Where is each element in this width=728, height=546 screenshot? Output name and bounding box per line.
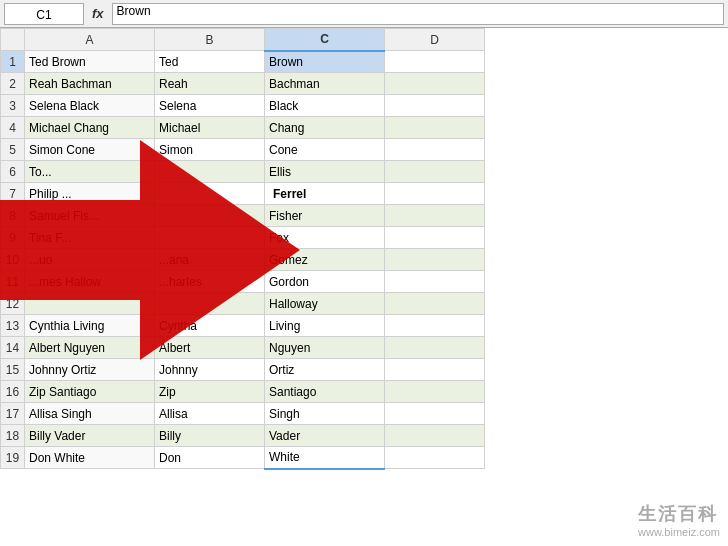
cell-col-b[interactable]: ...harles <box>155 271 265 293</box>
cell-col-a[interactable]: Reah Bachman <box>25 73 155 95</box>
cell-col-d[interactable] <box>385 205 485 227</box>
cell-col-b[interactable]: Allisa <box>155 403 265 425</box>
cell-col-a[interactable]: Philip ... <box>25 183 155 205</box>
row-number[interactable]: 8 <box>1 205 25 227</box>
cell-col-b[interactable]: Cyntha <box>155 315 265 337</box>
col-header-d[interactable]: D <box>385 29 485 51</box>
cell-col-c[interactable]: Nguyen <box>265 337 385 359</box>
row-number[interactable]: 13 <box>1 315 25 337</box>
cell-col-b[interactable]: Don <box>155 447 265 469</box>
row-number[interactable]: 11 <box>1 271 25 293</box>
cell-col-c[interactable]: Brown <box>265 51 385 73</box>
cell-col-b[interactable] <box>155 183 265 205</box>
row-number[interactable]: 5 <box>1 139 25 161</box>
cell-col-d[interactable] <box>385 447 485 469</box>
cell-col-a[interactable]: Billy Vader <box>25 425 155 447</box>
row-number[interactable]: 1 <box>1 51 25 73</box>
cell-col-a[interactable]: Tina F... <box>25 227 155 249</box>
cell-col-c[interactable]: Fisher <box>265 205 385 227</box>
cell-col-d[interactable] <box>385 271 485 293</box>
cell-col-a[interactable]: ...mes Hallow <box>25 271 155 293</box>
cell-col-d[interactable] <box>385 293 485 315</box>
row-number[interactable]: 10 <box>1 249 25 271</box>
cell-col-b[interactable] <box>155 227 265 249</box>
cell-col-a[interactable]: Michael Chang <box>25 117 155 139</box>
cell-col-a[interactable]: Simon Cone <box>25 139 155 161</box>
cell-col-a[interactable]: Johnny Ortiz <box>25 359 155 381</box>
cell-col-b[interactable] <box>155 293 265 315</box>
cell-col-b[interactable]: Ted <box>155 51 265 73</box>
cell-col-b[interactable] <box>155 205 265 227</box>
cell-col-a[interactable]: Selena Black <box>25 95 155 117</box>
cell-col-b[interactable]: Michael <box>155 117 265 139</box>
cell-col-a[interactable] <box>25 293 155 315</box>
cell-col-d[interactable] <box>385 425 485 447</box>
cell-col-c[interactable]: Singh <box>265 403 385 425</box>
cell-col-d[interactable] <box>385 337 485 359</box>
cell-col-d[interactable] <box>385 117 485 139</box>
col-header-b[interactable]: B <box>155 29 265 51</box>
row-number[interactable]: 3 <box>1 95 25 117</box>
cell-col-a[interactable]: Samuel Fis... <box>25 205 155 227</box>
cell-col-b[interactable]: Billy <box>155 425 265 447</box>
cell-col-b[interactable]: Albert <box>155 337 265 359</box>
cell-col-b[interactable]: Reah <box>155 73 265 95</box>
formula-input[interactable]: Brown <box>112 3 724 25</box>
cell-col-c[interactable]: Gordon <box>265 271 385 293</box>
row-number[interactable]: 17 <box>1 403 25 425</box>
cell-col-a[interactable]: To... <box>25 161 155 183</box>
cell-col-a[interactable]: Albert Nguyen <box>25 337 155 359</box>
cell-col-d[interactable] <box>385 161 485 183</box>
row-number[interactable]: 7 <box>1 183 25 205</box>
cell-col-d[interactable] <box>385 359 485 381</box>
cell-col-c[interactable]: Black <box>265 95 385 117</box>
cell-col-c[interactable]: Bachman <box>265 73 385 95</box>
row-number[interactable]: 2 <box>1 73 25 95</box>
cell-col-a[interactable]: ...uo <box>25 249 155 271</box>
cell-col-a[interactable]: Zip Santiago <box>25 381 155 403</box>
cell-col-d[interactable] <box>385 51 485 73</box>
cell-col-c[interactable]: Santiago <box>265 381 385 403</box>
cell-col-d[interactable] <box>385 381 485 403</box>
cell-col-d[interactable] <box>385 227 485 249</box>
cell-col-b[interactable]: ...ana <box>155 249 265 271</box>
cell-col-b[interactable]: Johnny <box>155 359 265 381</box>
cell-col-a[interactable]: Ted Brown <box>25 51 155 73</box>
row-number[interactable]: 16 <box>1 381 25 403</box>
row-number[interactable]: 12 <box>1 293 25 315</box>
cell-col-c[interactable]: White <box>265 447 385 469</box>
row-number[interactable]: 6 <box>1 161 25 183</box>
cell-col-d[interactable] <box>385 315 485 337</box>
cell-col-d[interactable] <box>385 139 485 161</box>
cell-col-a[interactable]: Allisa Singh <box>25 403 155 425</box>
row-number[interactable]: 19 <box>1 447 25 469</box>
cell-col-c[interactable]: Ortiz <box>265 359 385 381</box>
cell-col-b[interactable] <box>155 161 265 183</box>
row-number[interactable]: 15 <box>1 359 25 381</box>
cell-col-a[interactable]: Don White <box>25 447 155 469</box>
cell-col-b[interactable]: Selena <box>155 95 265 117</box>
cell-col-c[interactable]: Vader <box>265 425 385 447</box>
cell-col-d[interactable] <box>385 403 485 425</box>
row-number[interactable]: 18 <box>1 425 25 447</box>
cell-col-c[interactable]: Gomez <box>265 249 385 271</box>
cell-col-b[interactable]: Zip <box>155 381 265 403</box>
cell-col-c[interactable]: Ellis <box>265 161 385 183</box>
cell-col-d[interactable] <box>385 249 485 271</box>
cell-col-d[interactable] <box>385 73 485 95</box>
cell-col-d[interactable] <box>385 183 485 205</box>
cell-col-c[interactable]: Chang <box>265 117 385 139</box>
row-number[interactable]: 4 <box>1 117 25 139</box>
col-header-a[interactable]: A <box>25 29 155 51</box>
cell-col-a[interactable]: Cynthia Living <box>25 315 155 337</box>
cell-col-c[interactable]: Cone <box>265 139 385 161</box>
name-box[interactable]: C1 <box>4 3 84 25</box>
row-number[interactable]: 14 <box>1 337 25 359</box>
cell-col-c[interactable]: Fox <box>265 227 385 249</box>
cell-col-c[interactable]: Ferrel <box>265 183 385 205</box>
cell-col-c[interactable]: Living <box>265 315 385 337</box>
col-header-c[interactable]: C <box>265 29 385 51</box>
cell-col-d[interactable] <box>385 95 485 117</box>
cell-col-b[interactable]: Simon <box>155 139 265 161</box>
row-number[interactable]: 9 <box>1 227 25 249</box>
